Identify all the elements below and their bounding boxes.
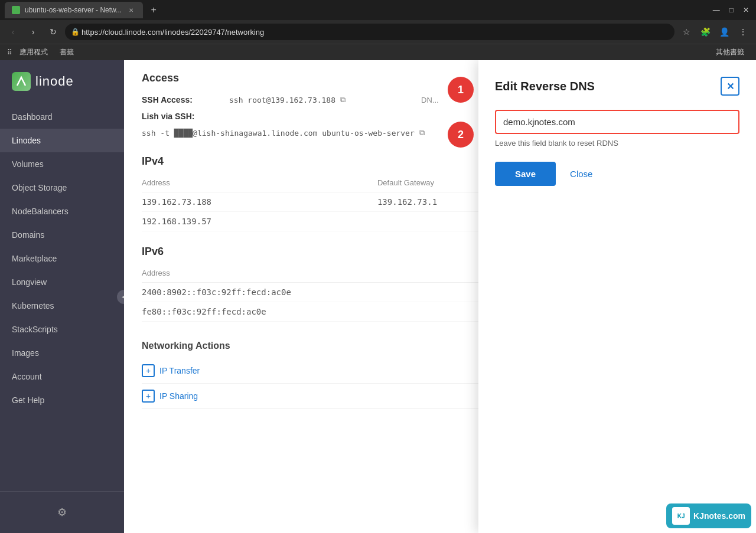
sidebar-item-get-help[interactable]: Get Help xyxy=(0,388,124,412)
sidebar-item-longview[interactable]: Longview xyxy=(0,270,124,294)
dn-label-1: DN... xyxy=(421,96,439,104)
sidebar-item-label: Dashboard xyxy=(12,112,53,122)
profile-icon[interactable]: 👤 xyxy=(716,24,732,40)
ip-transfer-label: IP Transfer xyxy=(159,366,200,375)
ip-sharing-label: IP Sharing xyxy=(159,391,198,401)
sidebar: linode Dashboard Linodes Volumes Object … xyxy=(0,60,124,533)
sidebar-item-label: Object Storage xyxy=(12,183,67,192)
sidebar-item-label: Marketplace xyxy=(12,254,57,263)
more-icon[interactable]: ⋮ xyxy=(735,24,751,40)
tab-title: ubuntu-os-web-server - Netw... xyxy=(25,6,122,14)
sidebar-item-label: Longview xyxy=(12,277,47,287)
watermark: KJ KJnotes.com xyxy=(666,503,751,528)
address-bar-wrapper: 🔒 xyxy=(65,24,674,40)
sidebar-item-images[interactable]: Images xyxy=(0,341,124,365)
app-layout: linode Dashboard Linodes Volumes Object … xyxy=(0,60,756,533)
tab-favicon xyxy=(12,6,20,14)
col-address: Address xyxy=(142,175,377,192)
watermark-box: KJ KJnotes.com xyxy=(666,503,751,528)
bookmark-bookmarks[interactable]: 書籤 xyxy=(55,46,79,58)
panel-close-button[interactable]: ✕ xyxy=(721,77,739,96)
sidebar-item-label: Kubernetes xyxy=(12,301,54,310)
sidebar-item-stackscripts[interactable]: StackScripts xyxy=(0,318,124,341)
sidebar-item-linodes[interactable]: Linodes xyxy=(0,129,124,152)
watermark-icon: KJ xyxy=(672,507,690,525)
logo-text: linode xyxy=(35,74,74,89)
apps-grid-icon: ⠿ xyxy=(7,48,12,57)
sidebar-item-label: Domains xyxy=(12,230,44,240)
sidebar-nav: Dashboard Linodes Volumes Object Storage… xyxy=(0,100,124,491)
main-content: Access SSH Access: ssh root@139.162.73.1… xyxy=(124,60,756,533)
minimize-btn[interactable]: — xyxy=(711,6,722,14)
panel-title: Edit Reverse DNS xyxy=(495,80,595,93)
col-address: Address xyxy=(142,265,508,283)
back-button[interactable]: ‹ xyxy=(5,24,21,40)
reload-button[interactable]: ↻ xyxy=(45,24,61,40)
toolbar-icons: ☆ 🧩 👤 ⋮ xyxy=(678,24,751,40)
ipv6-address-2: fe80::f03c:92ff:fecd:ac0e xyxy=(142,302,508,322)
browser-titlebar: ubuntu-os-web-server - Netw... ✕ + — □ ✕ xyxy=(0,0,756,20)
step-1-circle: 1 xyxy=(448,77,474,103)
sidebar-item-volumes[interactable]: Volumes xyxy=(0,152,124,176)
lish-copy-icon[interactable]: ⧉ xyxy=(419,128,425,138)
browser-tab[interactable]: ubuntu-os-web-server - Netw... ✕ xyxy=(5,2,143,18)
watermark-text: KJnotes.com xyxy=(693,511,745,521)
window-controls: — □ ✕ xyxy=(711,6,751,14)
plus-icon: + xyxy=(142,364,155,377)
panel-hint: Leave this field blank to reset RDNS xyxy=(495,139,739,148)
sidebar-item-label: Get Help xyxy=(12,395,44,405)
new-tab-button[interactable]: + xyxy=(145,2,162,18)
linode-logo-icon xyxy=(12,72,31,91)
maximize-btn[interactable]: □ xyxy=(727,6,736,14)
ssh-copy-icon[interactable]: ⧉ xyxy=(340,95,346,104)
sidebar-item-label: Account xyxy=(12,372,42,381)
forward-button[interactable]: › xyxy=(25,24,41,40)
sidebar-item-kubernetes[interactable]: Kubernetes xyxy=(0,294,124,318)
tab-close-btn[interactable]: ✕ xyxy=(126,5,136,15)
settings-button[interactable]: ⚙ xyxy=(0,499,124,526)
ipv6-address-1: 2400:8902::f03c:92ff:fecd:ac0e xyxy=(142,283,508,302)
sidebar-item-dashboard[interactable]: Dashboard xyxy=(0,105,124,129)
bookmarks-bar: ⠿ 應用程式 書籤 其他書籤 xyxy=(0,44,756,60)
ipv4-address-1: 139.162.73.188 xyxy=(142,192,377,212)
browser-toolbar: ‹ › ↻ 🔒 ☆ 🧩 👤 ⋮ xyxy=(0,20,756,44)
browser-chrome: ubuntu-os-web-server - Netw... ✕ + — □ ✕… xyxy=(0,0,756,60)
sidebar-item-nodebalancers[interactable]: NodeBalancers xyxy=(0,200,124,223)
sidebar-item-label: Images xyxy=(12,348,39,358)
sidebar-item-label: NodeBalancers xyxy=(12,207,69,216)
rdns-input[interactable] xyxy=(495,110,739,134)
lish-label: Lish via SSH: xyxy=(142,112,224,121)
sidebar-item-domains[interactable]: Domains xyxy=(0,223,124,247)
panel-actions: Save Close xyxy=(495,162,739,186)
extension-icon[interactable]: 🧩 xyxy=(697,24,713,40)
sidebar-item-account[interactable]: Account xyxy=(0,365,124,388)
ipv4-address-2: 192.168.139.57 xyxy=(142,212,377,231)
close-btn[interactable]: ✕ xyxy=(741,6,751,14)
save-button[interactable]: Save xyxy=(495,162,556,186)
ssh-value: ssh root@139.162.73.188 xyxy=(229,96,335,104)
step-2-circle: 2 xyxy=(448,122,474,148)
sidebar-bottom: ⚙ xyxy=(0,491,124,533)
sidebar-item-marketplace[interactable]: Marketplace xyxy=(0,247,124,270)
plus-icon-2: + xyxy=(142,390,155,403)
sidebar-item-label: StackScripts xyxy=(12,325,58,334)
panel-header: Edit Reverse DNS ✕ xyxy=(495,77,739,96)
panel-input-group xyxy=(495,110,739,134)
lock-icon: 🔒 xyxy=(71,28,80,36)
sidebar-logo: linode xyxy=(0,60,124,100)
bookmark-other[interactable]: 其他書籤 xyxy=(711,46,749,58)
edit-rdns-panel: 1 2 Edit Reverse DNS ✕ Leave this field … xyxy=(478,60,756,533)
close-link-button[interactable]: Close xyxy=(570,169,592,179)
sidebar-item-object-storage[interactable]: Object Storage xyxy=(0,176,124,200)
bookmark-apps[interactable]: 應用程式 xyxy=(15,46,53,58)
address-bar[interactable] xyxy=(65,24,674,40)
star-icon[interactable]: ☆ xyxy=(678,24,695,40)
sidebar-item-label: Volumes xyxy=(12,159,44,169)
sidebar-item-label: Linodes xyxy=(12,136,41,145)
lish-ssh-value: ssh -t ████@lish-shinagawa1.linode.com u… xyxy=(142,129,415,138)
ssh-label: SSH Access: xyxy=(142,95,224,104)
